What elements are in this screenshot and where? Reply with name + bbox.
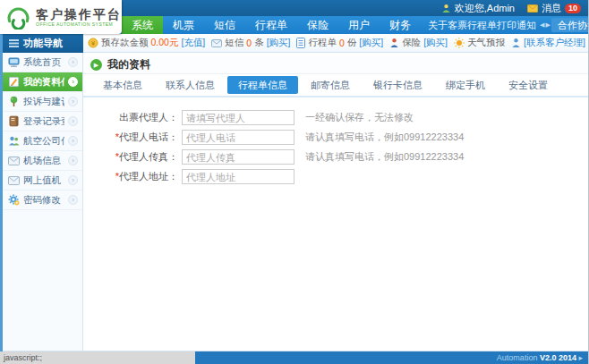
sidebar-item-feedback[interactable]: 投诉与建议 › [3, 92, 82, 112]
sun-icon [454, 38, 465, 48]
nav-item-insurance[interactable]: 保险 [297, 16, 338, 34]
messages-label: 消息 [542, 2, 561, 15]
envelope-icon [8, 157, 20, 165]
messages-count-badge: 10 [565, 4, 581, 13]
insurance-person-icon [389, 38, 399, 48]
sidebar-item-change-password[interactable]: 密码修改 › [3, 190, 82, 210]
notice-text: 关于客票行程单打印通知 [428, 19, 536, 32]
agent-phone-note: 请认真填写电话，例如09912223334 [305, 131, 464, 144]
coop-agreement-button[interactable]: 合作协议 [551, 18, 589, 32]
status-bar-text: javascript:; [0, 351, 195, 364]
logo-swirl-icon [6, 5, 30, 30]
header: 欢迎您,Admin 消息 10 系统 机票 短信 行程单 保险 用户 财务 关于… [0, 0, 588, 34]
form-row: *代理人电话： 请认真填写电话，例如09912223334 [107, 130, 588, 145]
section-title: 我的资料 [107, 57, 150, 72]
tree-icon [8, 96, 20, 107]
menu-list-icon [9, 39, 19, 47]
mail-icon [527, 4, 538, 13]
agent-fax-input[interactable] [182, 149, 294, 165]
messages-link[interactable]: 消息 10 [527, 2, 581, 15]
sidebar-item-login-log[interactable]: 登录记录查看 › [3, 112, 82, 131]
chevron-right-icon: › [68, 156, 78, 165]
itinerary-buy-link[interactable]: [购买] [359, 37, 383, 49]
coin-icon: ¥ [88, 38, 98, 48]
sms-envelope-icon [211, 39, 222, 47]
form-row: 出票代理人： 一经确认保存，无法修改 [107, 110, 588, 125]
footer-arrow-icon: ▸ [578, 353, 583, 362]
agent-phone-input[interactable] [182, 130, 294, 145]
quick-links: 合作协议 购票协议 ? 帮助 退出 [551, 18, 589, 32]
chevron-right-icon: › [68, 97, 78, 106]
tab-mailing-info[interactable]: 邮寄信息 [300, 76, 361, 94]
sidebar-item-airlines[interactable]: 航空公司信息 › [3, 131, 82, 151]
insurance-buy-link[interactable]: [购买] [423, 37, 448, 49]
app-title: 客户操作平台 [36, 8, 122, 21]
book-icon [8, 115, 20, 127]
chevron-right-icon: › [68, 136, 78, 146]
itinerary-agent-form: 出票代理人： 一经确认保存，无法修改 *代理人电话： 请认真填写电话，例如099… [83, 97, 588, 189]
section-header: ▶ 我的资料 [83, 56, 588, 74]
contact-person-icon [511, 38, 521, 48]
version-text: Automation V2.0 2014 ▸ [497, 353, 588, 362]
user-icon [441, 4, 451, 13]
form-row: *代理人传真： 请认真填写电话，例如09912223334 [107, 149, 588, 165]
notice-prev-next-icons[interactable]: ◀▶ [540, 21, 551, 29]
chevron-right-icon: › [68, 175, 78, 185]
toolbar-row: 功能导航 ¥ 预存款金额 0.00元 [充值] 短信 0 条 [购买] 行程单 … [0, 34, 588, 53]
sidebar-item-online-checkin[interactable]: 网上值机 › [3, 171, 82, 190]
nav-item-users[interactable]: 用户 [338, 16, 380, 34]
insurance-item: 保险 [购买] [389, 37, 448, 49]
tab-itinerary-info[interactable]: 行程单信息 [227, 76, 298, 94]
agent-name-note: 一经确认保存，无法修改 [305, 111, 414, 124]
gear-icon [8, 194, 20, 206]
nav-item-system[interactable]: 系统 [122, 16, 163, 34]
itinerary-item: 行程单 0 份 [购买] [296, 37, 383, 49]
app-subtitle: OFFICE AUTOMATION SYSTEM [36, 21, 122, 27]
body: 系统首页 › 我的资料信息 › 投诉与建议 › 登录记录查看 › 航空公司信息 [0, 53, 588, 351]
sidebar-item-my-profile[interactable]: 我的资料信息 › [3, 72, 82, 92]
tab-security-settings[interactable]: 安全设置 [498, 76, 559, 94]
agent-name-input[interactable] [182, 110, 294, 125]
agent-fax-label: *代理人传真： [107, 150, 178, 164]
sidebar-item-airports[interactable]: 机场信息 › [3, 151, 82, 171]
nav-item-finance[interactable]: 财务 [380, 16, 421, 34]
nav-item-tickets[interactable]: 机票 [163, 16, 204, 34]
welcome-user[interactable]: 欢迎您,Admin [441, 2, 515, 15]
recharge-link[interactable]: [充值] [181, 37, 205, 49]
account-toolbar: ¥ 预存款金额 0.00元 [充值] 短信 0 条 [购买] 行程单 0 份 [… [83, 34, 588, 53]
agent-address-input[interactable] [182, 169, 294, 184]
welcome-text: 欢迎您,Admin [455, 2, 515, 15]
sidebar-header: 功能导航 [3, 34, 83, 53]
logo-text: 客户操作平台 OFFICE AUTOMATION SYSTEM [36, 8, 122, 27]
edit-pencil-icon [8, 76, 20, 88]
nav-item-itinerary[interactable]: 行程单 [245, 16, 297, 34]
tab-basic-info[interactable]: 基本信息 [92, 76, 153, 94]
chevron-right-icon: › [68, 195, 78, 205]
nav-item-sms[interactable]: 短信 [204, 16, 245, 34]
tab-contact-info[interactable]: 联系人信息 [155, 76, 226, 94]
agent-phone-label: *代理人电话： [107, 131, 178, 144]
deposit-value: 0.00元 [151, 37, 179, 49]
chevron-right-icon: › [68, 116, 78, 126]
agent-address-label: *代理人地址： [107, 170, 178, 183]
sms-count: 0 [246, 38, 252, 48]
itinerary-doc-icon [296, 38, 305, 48]
contact-manager-item[interactable]: [联系客户经理] [511, 37, 585, 49]
agent-fax-note: 请认真填写电话，例如09912223334 [305, 150, 464, 164]
app-logo: 客户操作平台 OFFICE AUTOMATION SYSTEM [0, 0, 122, 34]
sms-item: 短信 0 条 [购买] [211, 37, 290, 49]
main-panel: ▶ 我的资料 基本信息 联系人信息 行程单信息 邮寄信息 银行卡信息 绑定手机 … [83, 53, 588, 351]
notice-ticker[interactable]: 关于客票行程单打印通知 ◀▶ [428, 19, 551, 32]
monitor-icon [8, 56, 20, 68]
sms-buy-link[interactable]: [购买] [267, 37, 291, 49]
app-window: 欢迎您,Admin 消息 10 系统 机票 短信 行程单 保险 用户 财务 关于… [0, 0, 589, 364]
section-play-icon: ▶ [90, 59, 102, 71]
tab-bind-phone[interactable]: 绑定手机 [435, 76, 496, 94]
tab-bank-card-info[interactable]: 银行卡信息 [363, 76, 433, 94]
deposit-item: ¥ 预存款金额 0.00元 [充值] [88, 37, 205, 49]
sidebar-item-home[interactable]: 系统首页 › [3, 53, 82, 72]
chevron-right-icon: › [68, 57, 78, 67]
itinerary-count: 0 [339, 38, 345, 48]
weather-item[interactable]: 天气预报 [454, 37, 505, 49]
sidebar: 系统首页 › 我的资料信息 › 投诉与建议 › 登录记录查看 › 航空公司信息 [3, 53, 83, 351]
